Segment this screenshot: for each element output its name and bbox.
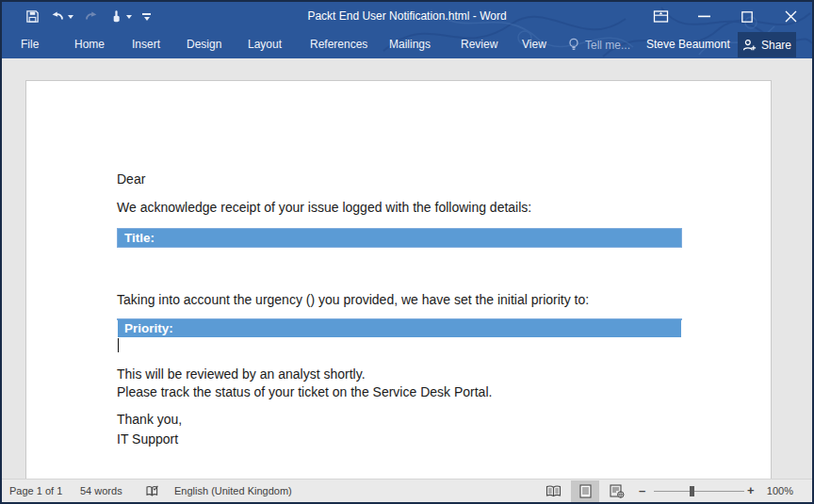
share-button[interactable]: Share	[738, 32, 796, 57]
web-layout-icon	[610, 484, 625, 498]
zoom-slider[interactable]	[654, 491, 744, 492]
language-status[interactable]: English (United Kingdom)	[174, 480, 292, 502]
account-user-name[interactable]: Steve Beaumont	[646, 31, 730, 58]
customize-quick-access-toolbar-button[interactable]	[141, 7, 152, 27]
ribbon-tab-row: File Home Insert Design Layout Reference…	[2, 31, 812, 58]
print-layout-icon	[579, 484, 592, 498]
zoom-slider-thumb[interactable]	[690, 486, 694, 496]
person-plus-icon	[742, 39, 757, 52]
doc-closing-line: Thank you,	[117, 412, 182, 427]
print-layout-button[interactable]	[571, 480, 599, 502]
tab-view[interactable]: View	[522, 31, 546, 58]
details-table-title-row[interactable]: Title:	[118, 229, 681, 247]
tab-review[interactable]: Review	[461, 31, 497, 58]
read-mode-button[interactable]	[539, 480, 567, 502]
touch-mouse-mode-icon	[109, 9, 123, 24]
tab-file[interactable]: File	[21, 31, 39, 58]
read-mode-icon	[545, 485, 562, 497]
minimize-button[interactable]	[682, 2, 725, 31]
tab-home[interactable]: Home	[74, 31, 105, 58]
doc-ack-line: We acknowledge receipt of your issue log…	[117, 200, 531, 215]
touch-mouse-mode-button[interactable]	[108, 7, 133, 27]
word-window: Packt End User Notification.html - Word	[0, 0, 814, 504]
close-button[interactable]	[769, 2, 812, 31]
tab-references[interactable]: References	[310, 31, 367, 58]
status-bar: Page 1 of 1 54 words English (United Kin…	[2, 479, 812, 502]
share-label: Share	[761, 39, 791, 52]
header: Packt End User Notification.html - Word	[2, 2, 812, 58]
undo-icon	[50, 9, 65, 24]
word-count[interactable]: 54 words	[80, 480, 122, 502]
details-table[interactable]: Title: Description:	[117, 228, 682, 248]
tab-mailings[interactable]: Mailings	[389, 31, 431, 58]
close-icon	[785, 10, 797, 23]
redo-button[interactable]	[83, 7, 100, 27]
undo-dropdown-icon[interactable]	[68, 15, 73, 19]
tab-layout[interactable]: Layout	[248, 31, 282, 58]
maximize-icon	[741, 11, 753, 23]
page-indicator[interactable]: Page 1 of 1	[9, 480, 62, 502]
redo-icon	[84, 9, 99, 24]
doc-signature-line: IT Support	[117, 431, 178, 447]
ribbon-display-options-icon	[653, 9, 669, 24]
doc-urgency-line: Taking into account the urgency () you p…	[117, 292, 589, 307]
web-layout-button[interactable]	[603, 480, 631, 502]
book-check-icon	[145, 484, 159, 497]
lightbulb-icon	[568, 38, 579, 52]
save-button[interactable]	[24, 7, 41, 27]
save-icon	[25, 9, 40, 24]
tell-me-box[interactable]: Tell me...	[568, 31, 630, 58]
doc-review-line: This will be reviewed by an analyst shor…	[117, 366, 366, 382]
proofing-status-button[interactable]	[145, 484, 159, 497]
doc-track-line: Please track the status of your ticket o…	[117, 384, 492, 399]
document-canvas: Dear We acknowledge receipt of your issu…	[2, 58, 812, 479]
zoom-in-button[interactable]: +	[747, 480, 755, 502]
tell-me-label: Tell me...	[585, 39, 630, 52]
titlebar[interactable]: Packt End User Notification.html - Word	[2, 2, 812, 31]
customize-quick-access-toolbar-icon	[142, 13, 151, 21]
quick-access-toolbar	[24, 2, 152, 31]
zoom-out-button[interactable]: –	[639, 480, 645, 502]
undo-button[interactable]	[49, 7, 74, 27]
window-controls	[639, 2, 812, 31]
zoom-level[interactable]: 100%	[767, 480, 793, 502]
touch-mode-dropdown-icon[interactable]	[126, 15, 132, 19]
minimize-icon	[698, 15, 710, 18]
maximize-button[interactable]	[725, 2, 769, 31]
text-cursor	[118, 338, 119, 352]
tab-design[interactable]: Design	[187, 31, 221, 58]
document-page[interactable]: Dear We acknowledge receipt of your issu…	[25, 80, 772, 479]
ribbon-display-options-button[interactable]	[639, 2, 682, 31]
tab-insert[interactable]: Insert	[132, 31, 160, 58]
priority-table[interactable]: Priority:	[117, 318, 682, 320]
priority-table-priority-row[interactable]: Priority:	[118, 319, 681, 337]
doc-greeting: Dear	[117, 171, 145, 187]
